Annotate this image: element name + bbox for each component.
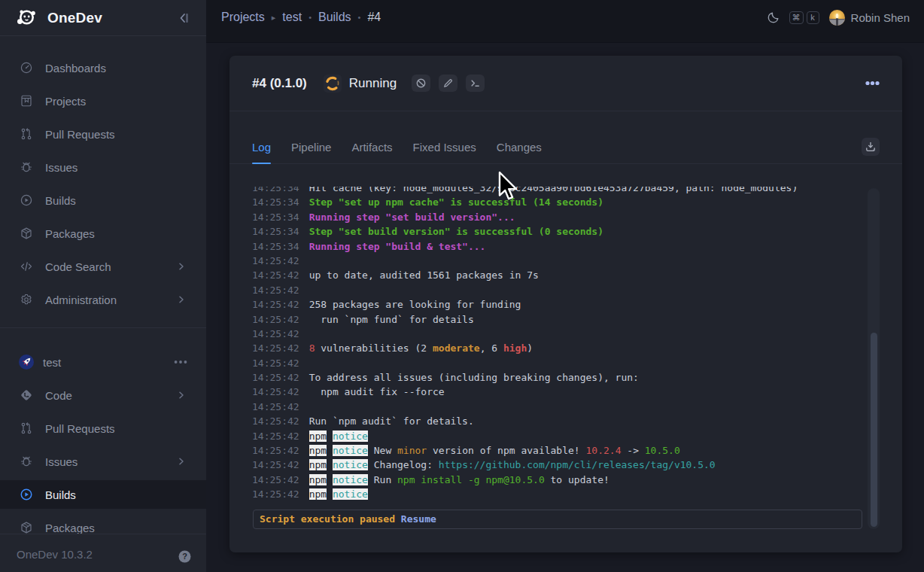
log-timestamp: 14:25:42 (252, 254, 299, 268)
build-log[interactable]: 14:25:34Hit cache (key: node_modules_32/… (252, 187, 869, 506)
log-timestamp: 14:25:34 (252, 210, 299, 224)
log-segment: Running step "set build version"... (309, 211, 515, 223)
log-message: npm notice New minor version of npm avai… (309, 443, 680, 458)
sidebar-item-label: Builds (45, 194, 76, 207)
app-title: OneDev (47, 10, 102, 26)
git-icon (20, 388, 33, 402)
user-name[interactable]: Robin Shen (851, 11, 910, 24)
log-message: To address all issues (including breakin… (309, 370, 639, 385)
log-segment: notice (333, 459, 368, 470)
sidebar-item-pull-requests[interactable]: Pull Requests (0, 117, 206, 151)
chevron-right-icon (178, 296, 185, 303)
gear-icon (20, 293, 33, 306)
edit-build-button[interactable] (439, 75, 457, 92)
resume-link[interactable]: Resume (401, 513, 436, 525)
dark-mode-icon[interactable] (767, 11, 780, 23)
log-segment: npm (309, 459, 327, 470)
sidebar-item-builds[interactable]: Builds (0, 478, 206, 511)
terminal-button[interactable] (466, 75, 485, 92)
sidebar-item-label: Code (45, 389, 72, 402)
onedev-logo-icon[interactable] (16, 8, 37, 27)
log-scrollbar-track[interactable] (868, 188, 880, 529)
breadcrumb-projects[interactable]: Projects (221, 11, 265, 24)
log-segment: notice (333, 445, 368, 456)
log-segment: https://github.com/npm/cli/releases/tag/… (439, 459, 716, 470)
breadcrumb-builds[interactable]: Builds (318, 11, 351, 24)
log-message: npm notice (309, 487, 368, 501)
cancel-build-button[interactable] (412, 75, 430, 92)
log-segment: version of npm available! (427, 445, 585, 456)
more-actions-icon[interactable] (865, 81, 880, 86)
log-segment: npm (309, 431, 327, 442)
paused-message: Script execution paused (260, 513, 395, 525)
log-timestamp: 14:25:42 (252, 312, 299, 327)
sidebar-item-label: Administration (45, 294, 117, 306)
tab-changes[interactable]: Changes (497, 141, 542, 163)
sidebar-item-administration[interactable]: Administration (0, 283, 206, 316)
log-segment: notice (333, 431, 368, 442)
app-version: OneDev 10.3.2 (17, 548, 93, 561)
log-segment (327, 445, 333, 456)
log-segment: -> (621, 445, 644, 456)
sidebar-item-code[interactable]: Code (0, 379, 206, 412)
log-line: 14:25:42 (252, 400, 869, 414)
sidebar-item-issues[interactable]: Issues (0, 445, 206, 478)
sidebar-item-projects[interactable]: Projects (0, 84, 206, 117)
log-segment: npm (309, 445, 327, 456)
tab-pipeline[interactable]: Pipeline (291, 141, 331, 163)
sidebar-item-builds[interactable]: Builds (0, 184, 206, 217)
breadcrumb-dot-separator: • (358, 13, 361, 22)
log-line: 14:25:42Run `npm audit` for details. (252, 414, 869, 428)
tab-artifacts[interactable]: Artifacts (351, 141, 392, 163)
download-log-button[interactable] (862, 138, 880, 156)
log-timestamp: 14:25:42 (252, 297, 299, 312)
sidebar-item-packages[interactable]: Packages (0, 217, 206, 250)
log-timestamp: 14:25:34 (252, 195, 299, 209)
log-segment: moderate (433, 342, 480, 354)
log-timestamp: 14:25:42 (252, 473, 299, 487)
play-circle-icon (20, 193, 33, 207)
tab-log[interactable]: Log (252, 141, 271, 163)
log-timestamp: 14:25:42 (252, 487, 299, 501)
sidebar-project-test[interactable]: test (0, 345, 206, 379)
sidebar-item-label: Packages (45, 227, 95, 240)
sidebar-item-label: Projects (45, 95, 86, 108)
sidebar-collapse-icon[interactable] (178, 12, 190, 24)
bug-icon (20, 160, 33, 174)
log-line: 14:25:42 npm audit fix --force (252, 385, 869, 399)
pull-request-icon (20, 421, 33, 435)
sidebar-item-dashboards[interactable]: Dashboards (0, 51, 206, 84)
breadcrumb-test[interactable]: test (282, 11, 302, 24)
user-avatar[interactable] (829, 10, 845, 26)
log-segment: npm (309, 488, 327, 500)
book-icon (20, 94, 33, 108)
project-name: test (43, 356, 61, 369)
log-timestamp: 14:25:34 (252, 239, 299, 254)
log-segment: 10.5.0 (645, 445, 680, 456)
help-icon[interactable]: ? (178, 550, 191, 563)
log-segment: npm (309, 474, 327, 485)
log-timestamp: 14:25:42 (252, 327, 299, 341)
sidebar-item-code-search[interactable]: Code Search (0, 250, 206, 283)
tab-fixed-issues[interactable]: Fixed Issues (413, 141, 476, 163)
sidebar-header: OneDev (0, 0, 206, 36)
sidebar-item-label: Builds (45, 488, 76, 501)
sidebar-item-pull-requests[interactable]: Pull Requests (0, 412, 206, 445)
bug-icon (20, 455, 33, 468)
log-message: npm notice (309, 429, 368, 443)
log-line: 14:25:42npm notice New minor version of … (252, 443, 869, 458)
package-box-icon (20, 227, 33, 240)
log-line: 14:25:42npm notice Run npm install -g np… (252, 473, 869, 487)
log-segment: to update! (545, 474, 609, 485)
log-timestamp: 14:25:42 (252, 268, 299, 282)
play-circle-icon (20, 488, 33, 501)
chevron-right-icon (178, 391, 185, 399)
log-scrollbar-thumb[interactable] (871, 333, 877, 527)
main-content: #4 (0.1.0) Running (206, 43, 924, 572)
log-timestamp: 14:25:34 (252, 187, 299, 195)
sidebar-item-issues[interactable]: Issues (0, 151, 206, 184)
breadcrumb: Projects▸test•Builds•#4 (221, 0, 381, 35)
project-more-icon[interactable] (174, 360, 187, 364)
log-segment: up to date, audited 1561 packages in 7s (309, 269, 539, 281)
log-segment: New (368, 445, 397, 456)
